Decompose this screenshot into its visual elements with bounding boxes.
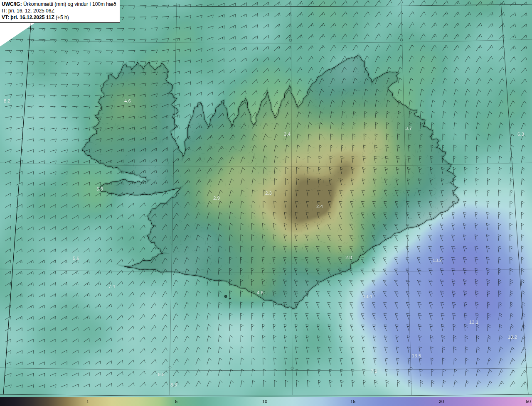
product-title: UWC/IG: Úrkomumætti (mm) og vindur í 100… — [2, 1, 116, 8]
colorbar-tick: 5 — [175, 397, 177, 406]
colorbar-tick: 10 — [262, 397, 267, 406]
title-box: UWC/IG: Úrkomumætti (mm) og vindur í 100… — [0, 0, 120, 23]
colorbar-tick: 1 — [86, 397, 89, 406]
colorbar-tick-labels: 1510153050 — [0, 397, 532, 406]
valid-time: VT: þri. 16.12.2025 11Z (+5 h) — [2, 15, 116, 21]
colorbar-tick: 50 — [526, 397, 531, 406]
colorbar: 1510153050 — [0, 397, 532, 406]
colorbar-tick: 15 — [350, 397, 355, 406]
colorbar-tick: 30 — [439, 397, 444, 406]
product-id: UWC/IG: — [2, 1, 22, 7]
init-time: IT: þri. 16. 12. 2025 06Z — [2, 8, 116, 15]
precipitation-wind-map-canvas — [0, 0, 532, 397]
weather-chart: 8.24.63.43.76.33.82.92.32.45.613.27.44.6… — [0, 0, 532, 406]
